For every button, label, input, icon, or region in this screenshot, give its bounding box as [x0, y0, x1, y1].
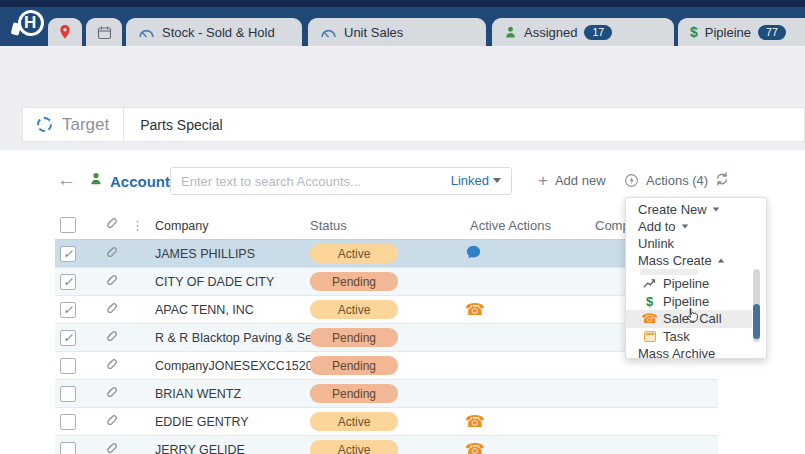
row-checkbox[interactable]: ✓ — [60, 246, 76, 262]
tab-label: Stock - Sold & Hold — [162, 25, 275, 40]
phone-icon[interactable]: ☎ — [465, 440, 485, 454]
status-badge: Active — [310, 440, 398, 454]
submenu-item-pipeline-trend[interactable]: Pipeline — [626, 275, 752, 293]
table-row[interactable]: ✓ APAC TENN, INC Active ☎ — [55, 296, 718, 324]
row-checkbox[interactable] — [60, 386, 76, 402]
column-status[interactable]: Status — [310, 212, 347, 240]
logo-letter: H — [24, 13, 36, 33]
table-row[interactable]: CompanyJONESEXCC15203 Pending — [55, 352, 718, 380]
phone-icon: ☎ — [642, 312, 657, 326]
accounts-person-icon — [89, 171, 103, 190]
chevron-up-icon — [718, 259, 724, 263]
dollar-icon: $ — [642, 294, 657, 309]
menu-item-create-new[interactable]: Create New — [626, 201, 766, 218]
link-icon — [103, 407, 118, 435]
gauge-icon — [320, 26, 337, 38]
menu-item-label: Add to — [638, 219, 676, 234]
row-checkbox[interactable]: ✓ — [60, 302, 76, 318]
tab-location[interactable] — [48, 18, 82, 46]
company-cell: BRIAN WENTZ — [155, 380, 241, 408]
row-checkbox[interactable] — [60, 358, 76, 374]
submenu-item-label: Pipeline — [663, 276, 709, 291]
status-badge: Pending — [310, 356, 398, 375]
search-input[interactable] — [171, 168, 441, 194]
company-cell: APAC TENN, INC — [155, 296, 254, 324]
menu-item-label: Unlink — [638, 236, 674, 251]
tab-pipeline[interactable]: $ Pipleine 77 — [678, 18, 805, 46]
row-checkbox[interactable]: ✓ — [60, 274, 76, 290]
menu-item-add-to[interactable]: Add to — [626, 218, 766, 235]
check-icon: ✓ — [63, 247, 73, 261]
tab-stock-sold-hold[interactable]: Stock - Sold & Hold — [126, 18, 302, 46]
chevron-down-icon — [493, 178, 501, 183]
accounts-entity-label[interactable]: Accounts — [110, 173, 178, 190]
kebab-menu-icon[interactable]: ⋮ — [131, 212, 144, 240]
link-icon — [103, 211, 118, 239]
dollar-icon: $ — [690, 24, 698, 40]
company-cell: CompanyJONESEXCC15203 — [155, 352, 320, 380]
clipped-submenu-item — [640, 269, 698, 275]
check-icon: ✓ — [63, 303, 73, 317]
tab-assigned[interactable]: Assigned 17 — [492, 18, 674, 46]
actions-button[interactable]: Actions (4) — [624, 173, 708, 188]
chevron-down-icon — [681, 225, 687, 229]
select-all-checkbox[interactable] — [60, 217, 76, 233]
status-badge: Active — [310, 412, 398, 431]
link-icon — [103, 295, 118, 323]
row-checkbox[interactable] — [60, 414, 76, 430]
tab-count-badge: 17 — [584, 25, 612, 40]
submenu-item-label: Task — [663, 329, 690, 344]
header-band: Target Parts Special Active Complete — [0, 46, 805, 150]
chevron-down-icon — [712, 208, 718, 212]
linked-filter-dropdown[interactable]: Linked — [451, 173, 501, 188]
add-new-button[interactable]: + Add new — [538, 173, 606, 188]
add-new-label: Add new — [555, 173, 606, 188]
target-icon — [37, 117, 52, 132]
phone-icon[interactable]: ☎ — [465, 412, 485, 432]
chat-icon[interactable] — [465, 244, 482, 264]
table-row[interactable]: EDDIE GENTRY Active ☎ — [55, 408, 718, 436]
table-row[interactable]: ✓ R & R Blacktop Paving & Seal C... Pend… — [55, 324, 718, 352]
table-row[interactable]: JERRY GELIDE Active ☎ — [55, 436, 718, 454]
breadcrumb-section: Target — [62, 115, 123, 135]
link-icon — [103, 267, 118, 295]
breadcrumb: Target Parts Special — [22, 107, 805, 142]
location-pin-icon — [58, 24, 72, 40]
column-company[interactable]: Company — [155, 212, 209, 240]
submenu-scrollbar-thumb[interactable] — [753, 304, 760, 339]
linked-filter-label: Linked — [451, 173, 489, 188]
row-checkbox[interactable]: ✓ — [60, 330, 76, 346]
trend-icon — [642, 278, 657, 289]
menu-item-mass-archive[interactable]: Mass Archive — [626, 345, 766, 362]
column-active-actions[interactable]: Active Actions — [470, 212, 551, 240]
page-title: Parts Special — [124, 117, 222, 133]
row-checkbox[interactable] — [60, 442, 76, 454]
table-row[interactable]: ✓ JAMES PHILLIPS Active — [55, 240, 718, 268]
phone-icon[interactable]: ☎ — [465, 300, 485, 320]
company-cell: JERRY GELIDE — [155, 436, 245, 454]
table-row[interactable]: BRIAN WENTZ Pending — [55, 380, 718, 408]
link-icon — [103, 435, 118, 454]
tab-count-badge: 77 — [758, 25, 786, 40]
check-icon: ✓ — [63, 275, 73, 289]
calendar-icon — [97, 25, 112, 40]
status-badge: Active — [310, 244, 398, 263]
table-row[interactable]: ✓ CITY OF DADE CITY Pending — [55, 268, 718, 296]
headset-h-logo[interactable]: H — [12, 9, 48, 41]
tab-calendar[interactable] — [86, 18, 122, 46]
submenu-item-sales-call[interactable]: ☎ Sales Call — [626, 310, 752, 328]
refresh-icon[interactable] — [714, 171, 730, 191]
tab-unit-sales[interactable]: Unit Sales — [308, 18, 486, 46]
link-icon — [103, 323, 118, 351]
tab-label: Assigned — [524, 25, 577, 40]
company-cell: CITY OF DADE CITY — [155, 268, 274, 296]
submenu-item-task[interactable]: Task — [626, 328, 752, 346]
menu-item-unlink[interactable]: Unlink — [626, 235, 766, 252]
menu-item-mass-create[interactable]: Mass Create — [626, 252, 766, 269]
submenu-item-pipeline-dollar[interactable]: $ Pipeline — [626, 293, 752, 311]
link-icon — [103, 351, 118, 379]
app-window: H Stock - Sold & Hold Unit Sales Assigne… — [0, 0, 805, 454]
gauge-icon — [138, 26, 155, 38]
back-arrow-icon[interactable]: ← — [57, 170, 76, 190]
company-cell: EDDIE GENTRY — [155, 408, 249, 436]
